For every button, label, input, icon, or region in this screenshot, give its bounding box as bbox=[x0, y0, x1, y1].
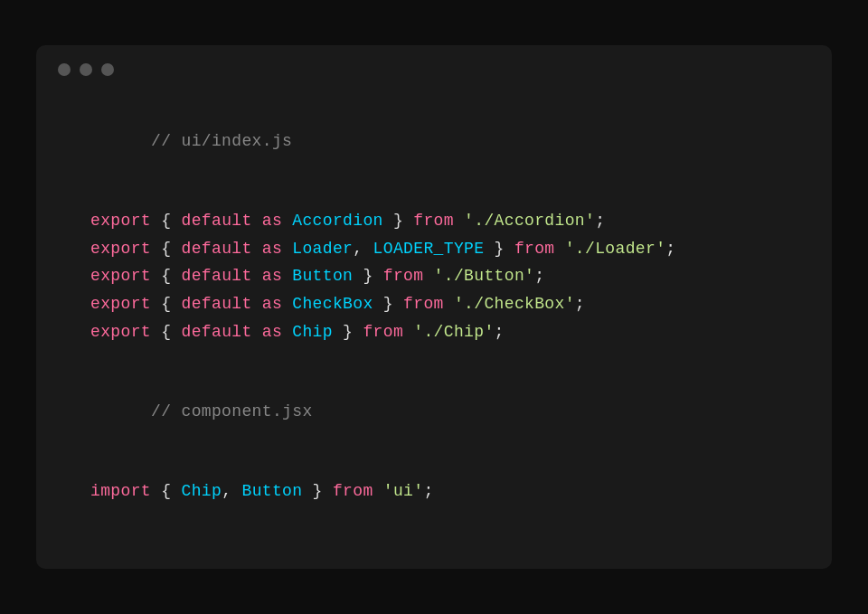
p11: } bbox=[353, 267, 383, 285]
p22: { bbox=[151, 482, 182, 500]
p24: } bbox=[302, 482, 333, 500]
comment-text-1: // ui/index.js bbox=[151, 132, 292, 150]
p16 bbox=[444, 295, 454, 313]
p14: { bbox=[151, 295, 182, 313]
str-ui: 'ui' bbox=[383, 482, 424, 500]
p9: ; bbox=[665, 240, 675, 258]
comp-button-import: Button bbox=[241, 482, 302, 500]
comp-checkbox: CheckBox bbox=[292, 295, 373, 313]
kw-default-4: default bbox=[181, 295, 251, 313]
title-bar bbox=[36, 45, 832, 90]
export-chip: export { default as Chip } from './Chip'… bbox=[90, 318, 778, 346]
const-loader-type: LOADER_TYPE bbox=[373, 240, 485, 258]
comp-accordion: Accordion bbox=[292, 212, 382, 230]
kw-from-1: from bbox=[413, 212, 454, 230]
p7: } bbox=[484, 240, 514, 258]
p1: { bbox=[151, 212, 182, 230]
kw-as-2: as bbox=[252, 240, 293, 258]
str-button: './Button' bbox=[434, 267, 535, 285]
kw-export-4: export bbox=[90, 295, 151, 313]
kw-import: import bbox=[90, 482, 151, 500]
comp-chip: Chip bbox=[292, 323, 333, 341]
p15: } bbox=[373, 295, 404, 313]
export-button: export { default as Button } from './But… bbox=[90, 262, 778, 290]
kw-from-5: from bbox=[363, 323, 403, 341]
comp-button: Button bbox=[292, 267, 353, 285]
kw-default-1: default bbox=[181, 212, 251, 230]
kw-from-3: from bbox=[383, 267, 424, 285]
kw-as-3: as bbox=[252, 267, 293, 285]
kw-export-2: export bbox=[90, 240, 151, 258]
code-area: // ui/index.js export { default as Accor… bbox=[36, 90, 832, 533]
p4: ; bbox=[595, 212, 605, 230]
kw-from-4: from bbox=[403, 295, 444, 313]
p12 bbox=[423, 267, 433, 285]
p25 bbox=[373, 482, 383, 500]
p18: { bbox=[151, 323, 182, 341]
str-accordion: './Accordion' bbox=[464, 212, 595, 230]
comp-loader: Loader bbox=[292, 240, 353, 258]
p2: } bbox=[383, 212, 414, 230]
p10: { bbox=[151, 267, 182, 285]
blank-1 bbox=[90, 183, 778, 207]
code-window: // ui/index.js export { default as Accor… bbox=[36, 45, 832, 569]
kw-as-1: as bbox=[252, 212, 293, 230]
p20 bbox=[403, 323, 413, 341]
p21: ; bbox=[495, 323, 505, 341]
kw-as-5: as bbox=[252, 323, 293, 341]
p3 bbox=[454, 212, 464, 230]
p23: , bbox=[222, 482, 241, 500]
str-chip: './Chip' bbox=[413, 323, 494, 341]
p13: ; bbox=[534, 267, 544, 285]
kw-export-3: export bbox=[90, 267, 151, 285]
p19: } bbox=[333, 323, 363, 341]
export-checkbox: export { default as CheckBox } from './C… bbox=[90, 290, 778, 318]
kw-as-4: as bbox=[252, 295, 293, 313]
traffic-light-yellow bbox=[80, 63, 92, 76]
comp-chip-import: Chip bbox=[181, 482, 222, 500]
traffic-light-green bbox=[101, 63, 114, 76]
kw-default-2: default bbox=[181, 240, 251, 258]
blank-3 bbox=[90, 453, 778, 477]
comment-text-2: // component.jsx bbox=[151, 402, 313, 420]
kw-from-6: from bbox=[333, 482, 373, 500]
kw-export-1: export bbox=[90, 212, 151, 230]
str-checkbox: './CheckBox' bbox=[454, 295, 575, 313]
str-loader: './Loader' bbox=[565, 240, 666, 258]
p26: ; bbox=[423, 482, 433, 500]
kw-export-5: export bbox=[90, 323, 151, 341]
p5: { bbox=[151, 240, 182, 258]
p17: ; bbox=[575, 295, 585, 313]
import-line: import { Chip, Button } from 'ui'; bbox=[90, 477, 778, 505]
kw-default-3: default bbox=[181, 267, 251, 285]
blank-2 bbox=[90, 345, 778, 370]
export-loader: export { default as Loader, LOADER_TYPE … bbox=[90, 235, 778, 263]
p6: , bbox=[353, 240, 373, 258]
comment-line-1: // ui/index.js bbox=[90, 99, 778, 183]
export-accordion: export { default as Accordion } from './… bbox=[90, 207, 778, 235]
p8 bbox=[555, 240, 565, 258]
traffic-light-red bbox=[58, 63, 71, 76]
kw-default-5: default bbox=[181, 323, 251, 341]
comment-line-2: // component.jsx bbox=[90, 370, 778, 453]
kw-from-2: from bbox=[514, 240, 555, 258]
